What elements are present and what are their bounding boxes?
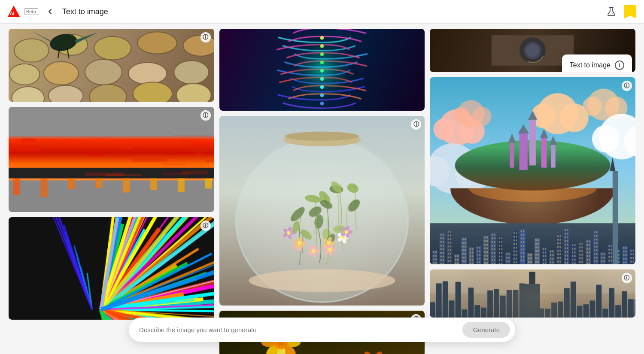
generate-button[interactable]: Generate <box>462 322 510 338</box>
bookmark-button[interactable] <box>623 5 637 18</box>
page-title: Text to image <box>62 7 108 16</box>
beta-badge: Beta <box>24 8 38 15</box>
image-psychedelic[interactable] <box>219 29 425 111</box>
app-header: Ai Beta Text to image <box>0 0 644 24</box>
image-info-button[interactable]: ⓘ <box>200 221 211 231</box>
tooltip-label: Text to image <box>570 61 611 69</box>
image-city-night[interactable]: ⓘ <box>430 269 635 318</box>
image-cobblestone[interactable]: ⓘ <box>9 29 214 102</box>
adobe-logo-icon: Ai <box>7 5 21 18</box>
image-info-button[interactable]: ⓘ <box>200 32 211 42</box>
gallery-col-3: Text to image i ⓘ ⓘ <box>430 29 635 354</box>
tooltip-text-to-image: Text to image i <box>562 54 632 72</box>
prompt-bar: Generate <box>129 318 515 342</box>
gallery-col-2: ⓘ ⓘ <box>219 29 425 354</box>
adobe-logo: Ai Beta <box>7 5 38 18</box>
image-info-button[interactable]: ⓘ <box>200 110 211 121</box>
tooltip-info-button[interactable]: i <box>615 61 624 70</box>
image-floating-island[interactable]: ⓘ <box>430 77 635 264</box>
gallery-main: ⓘ ⓘ ⓘ ⓘ ⓘ <box>0 24 644 354</box>
back-icon <box>47 8 54 15</box>
prompt-input[interactable] <box>139 326 462 333</box>
image-colorful-burst[interactable]: ⓘ <box>9 217 214 320</box>
image-red-painting[interactable]: ⓘ <box>9 107 214 212</box>
back-button[interactable] <box>43 6 57 17</box>
image-gallery: ⓘ ⓘ ⓘ ⓘ ⓘ <box>9 29 635 354</box>
image-info-button[interactable]: ⓘ <box>622 273 632 283</box>
bookmark-icon <box>624 5 636 18</box>
gallery-col-1: ⓘ ⓘ ⓘ <box>9 29 214 354</box>
labs-button[interactable] <box>605 5 618 18</box>
image-info-button[interactable]: ⓘ <box>622 81 632 91</box>
image-camera[interactable]: Text to image i <box>430 29 635 72</box>
svg-text:Ai: Ai <box>10 11 14 16</box>
image-terrarium[interactable]: ⓘ <box>219 116 425 305</box>
header-actions <box>605 5 637 18</box>
flask-icon <box>607 7 616 16</box>
